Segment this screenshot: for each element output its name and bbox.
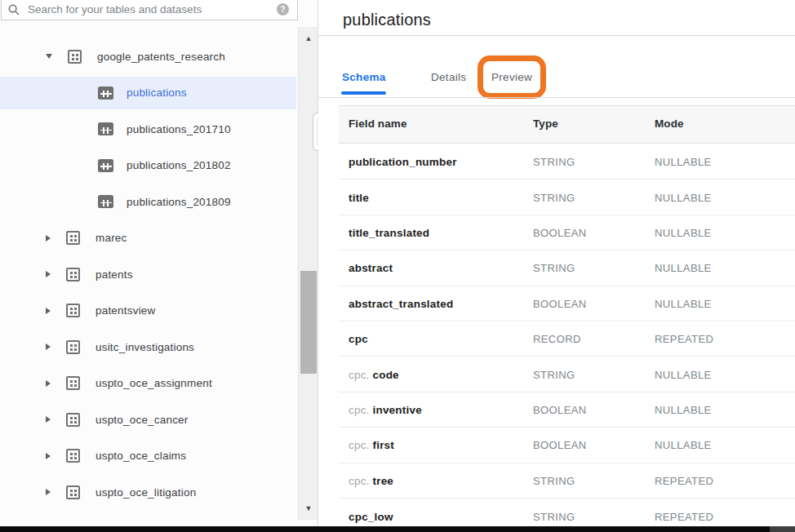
mode-cell: NULLABLE: [655, 156, 712, 168]
tree-item-publications_201710[interactable]: publications_201710: [0, 113, 296, 145]
tree-item-label: patents: [95, 268, 133, 281]
schema-row-title_translated: title_translatedBOOLEANNULLABLE: [339, 215, 795, 250]
schema-table-header: Field name Type Mode: [339, 105, 795, 144]
schema-row-title: titleSTRINGNULLABLE: [339, 180, 795, 215]
mode-cell: NULLABLE: [655, 439, 712, 451]
divider: [318, 35, 795, 36]
scroll-down-icon[interactable]: ▼: [299, 502, 318, 515]
mode-cell: NULLABLE: [655, 297, 712, 309]
dataset-icon: [66, 231, 80, 245]
tree-item-uspto_oce_litigation[interactable]: uspto_oce_litigation: [0, 476, 296, 508]
column-header-mode: Mode: [655, 117, 684, 130]
tree-item-label: uspto_oce_litigation: [95, 486, 196, 499]
type-cell: BOOLEAN: [533, 403, 587, 415]
tree-item-publications_201809[interactable]: publications_201809: [0, 185, 296, 218]
table-icon: [98, 86, 113, 100]
tree-item-patents[interactable]: patents: [0, 258, 296, 290]
field-name-cell: title: [349, 191, 369, 203]
tree-item-publications_201802[interactable]: publications_201802: [0, 149, 296, 182]
chevron-right-icon[interactable]: [46, 489, 51, 495]
tree-item-usitc_investigations[interactable]: usitc_investigations: [0, 330, 296, 363]
tab-details[interactable]: Details: [431, 71, 466, 83]
field-name-cell: abstract: [349, 262, 393, 274]
tree-item-uspto_oce_cancer[interactable]: uspto_oce_cancer: [0, 403, 296, 436]
type-cell: BOOLEAN: [533, 439, 587, 451]
chevron-right-icon[interactable]: [46, 308, 51, 314]
dataset-icon: [66, 376, 80, 390]
column-header-field-name: Field name: [349, 117, 407, 130]
type-cell: STRING: [533, 368, 575, 380]
scrollbar-thumb[interactable]: [300, 271, 317, 374]
field-prefix: cpc.: [349, 439, 373, 451]
schema-row-cpc.code: cpc. codeSTRINGNULLABLE: [339, 357, 795, 392]
bigquery-window: ? google_patents_researchpublicationspub…: [0, 0, 795, 532]
field-name-cell: cpc: [349, 333, 368, 345]
tab-schema[interactable]: Schema: [342, 71, 386, 83]
dataset-icon: [68, 50, 82, 64]
schema-row-cpc: cpcRECORDREPEATED: [339, 321, 795, 357]
schema-row-abstract: abstractSTRINGNULLABLE: [339, 250, 795, 286]
field-prefix: cpc.: [349, 403, 373, 415]
field-prefix: cpc.: [349, 368, 373, 380]
dataset-tree: google_patents_researchpublicationspubli…: [0, 0, 296, 526]
mode-cell: REPEATED: [655, 474, 713, 486]
tree-item-label: uspto_oce_claims: [95, 450, 186, 462]
tree-item-publications[interactable]: publications: [0, 77, 296, 109]
type-cell: STRING: [533, 156, 575, 168]
type-cell: STRING: [533, 474, 575, 486]
dataset-icon: [66, 413, 80, 427]
table-detail-panel: publications Schema Details Preview Fiel…: [318, 0, 795, 532]
tree-scrollbar[interactable]: ▲ ▼: [298, 27, 318, 520]
type-cell: STRING: [533, 510, 575, 522]
schema-table-body: publication_numberSTRINGNULLABLEtitleSTR…: [339, 144, 795, 532]
type-cell: STRING: [533, 262, 575, 274]
mode-cell: REPEATED: [655, 510, 713, 522]
mode-cell: NULLABLE: [655, 403, 712, 415]
tree-item-uspto_oce_claims[interactable]: uspto_oce_claims: [0, 440, 296, 472]
page-title: publications: [343, 11, 431, 29]
schema-row-cpc.tree: cpc. treeSTRINGREPEATED: [339, 463, 795, 499]
tree-item-google_patents_research[interactable]: google_patents_research: [0, 40, 296, 73]
schema-row-cpc.inventive: cpc. inventiveBOOLEANNULLABLE: [339, 392, 795, 428]
field-name-cell: cpc. tree: [349, 474, 393, 486]
active-tab-indicator: [341, 91, 386, 95]
column-header-type: Type: [533, 117, 558, 130]
tree-item-marec[interactable]: marec: [0, 222, 296, 255]
chevron-right-icon[interactable]: [46, 380, 51, 387]
tree-item-label: marec: [95, 232, 127, 244]
tree-item-patentsview[interactable]: patentsview: [0, 295, 296, 327]
chevron-right-icon[interactable]: [46, 416, 51, 423]
scroll-up-icon[interactable]: ▲: [299, 32, 318, 45]
field-name-cell: cpc. inventive: [349, 403, 422, 415]
field-name-cell: abstract_translated: [349, 297, 453, 309]
table-icon: [98, 122, 113, 135]
tree-item-label: publications_201710: [127, 123, 231, 135]
dataset-icon: [66, 340, 80, 354]
schema-row-cpc.first: cpc. firstBOOLEANNULLABLE: [339, 428, 795, 463]
dataset-icon: [66, 449, 80, 463]
chevron-right-icon[interactable]: [46, 271, 51, 277]
chevron-right-icon[interactable]: [46, 344, 51, 350]
tree-item-uspto_oce_assignment[interactable]: uspto_oce_assignment: [0, 367, 296, 400]
type-cell: RECORD: [533, 333, 581, 345]
mode-cell: NULLABLE: [655, 191, 712, 203]
type-cell: BOOLEAN: [533, 226, 587, 238]
chevron-right-icon[interactable]: [46, 453, 51, 459]
sidebar: ? google_patents_researchpublicationspub…: [0, 0, 318, 532]
tree-item-label: google_patents_research: [97, 51, 225, 63]
divider: [318, 97, 795, 98]
dataset-icon: [66, 268, 80, 282]
tree-item-label: publications_201802: [127, 159, 231, 171]
mode-cell: NULLABLE: [655, 262, 712, 274]
field-name-cell: publication_number: [349, 156, 457, 168]
bottom-bar-segment: [770, 526, 795, 532]
chevron-right-icon[interactable]: [46, 235, 51, 242]
mode-cell: NULLABLE: [655, 226, 712, 238]
tree-item-label: uspto_oce_assignment: [95, 377, 212, 389]
chevron-down-icon[interactable]: [46, 54, 52, 59]
type-cell: STRING: [533, 191, 575, 203]
field-prefix: cpc.: [349, 474, 373, 486]
schema-row-abstract_translated: abstract_translatedBOOLEANNULLABLE: [339, 286, 795, 321]
tree-item-label: publications_201809: [127, 196, 231, 208]
table-icon: [98, 159, 113, 172]
